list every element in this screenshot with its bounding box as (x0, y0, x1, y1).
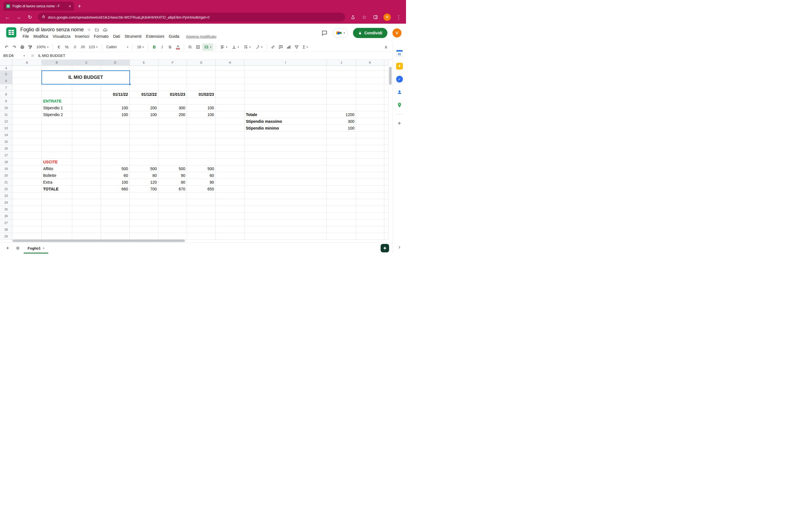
cell-F18[interactable] (158, 159, 187, 165)
cell-E27[interactable] (130, 219, 158, 226)
cell-D12[interactable] (101, 118, 130, 125)
cell-A9[interactable] (12, 98, 42, 105)
cell-H10[interactable] (216, 105, 245, 111)
account-avatar[interactable]: V (393, 29, 402, 38)
cell-K15[interactable] (356, 138, 384, 145)
google-maps-icon[interactable] (396, 101, 403, 109)
decrease-decimals-button[interactable]: .0 (71, 43, 79, 51)
cell-E23[interactable] (130, 192, 158, 199)
collapse-toolbar-icon[interactable]: ∧ (382, 43, 390, 51)
cell-E17[interactable] (130, 152, 158, 159)
cell-D20[interactable]: 60 (101, 172, 130, 179)
cell-G15[interactable] (187, 138, 216, 145)
cell-J11[interactable]: 1200 (327, 111, 356, 118)
cell-J9[interactable] (327, 98, 356, 105)
cell-I13[interactable]: Stipendio minimo (245, 125, 327, 131)
cell-B20[interactable]: Bollette (42, 172, 72, 179)
cell-I20[interactable] (245, 172, 327, 179)
back-icon[interactable]: ← (4, 14, 11, 20)
select-all-corner[interactable] (0, 60, 12, 66)
cell-B14[interactable] (42, 131, 72, 138)
cell-G26[interactable] (187, 213, 216, 219)
row-header-15[interactable]: 15 (0, 138, 12, 145)
menu-visualizza[interactable]: Visualizza (50, 34, 73, 39)
functions-button[interactable]: Σ▾ (301, 43, 310, 51)
cell-G20[interactable]: 60 (187, 172, 216, 179)
vertical-scrollbar[interactable] (389, 67, 392, 85)
cell-F21[interactable]: 80 (158, 179, 187, 186)
cell-F28[interactable] (158, 226, 187, 233)
cell-B16[interactable] (42, 145, 72, 152)
cell-G14[interactable] (187, 131, 216, 138)
cell-I27[interactable] (245, 219, 327, 226)
cell-F5[interactable] (158, 71, 187, 77)
cell-K28[interactable] (356, 226, 384, 233)
row-header-4[interactable]: 4 (0, 66, 12, 71)
cell-F12[interactable] (158, 118, 187, 125)
cell-I24[interactable] (245, 199, 327, 206)
row-header-20[interactable]: 20 (0, 172, 12, 179)
cell-E14[interactable] (130, 131, 158, 138)
cell-J12[interactable]: 300 (327, 118, 356, 125)
side-panel-icon[interactable] (372, 14, 379, 20)
percent-format-button[interactable]: % (63, 43, 70, 51)
cell-K12[interactable] (356, 118, 384, 125)
cell-I10[interactable] (245, 105, 327, 111)
cell-K20[interactable] (356, 172, 384, 179)
cell-G4[interactable] (187, 66, 216, 71)
cell-J19[interactable] (327, 165, 356, 172)
cell-E10[interactable]: 200 (130, 105, 158, 111)
cell-H18[interactable] (216, 159, 245, 165)
cell-F19[interactable]: 500 (158, 165, 187, 172)
browser-avatar[interactable]: V (384, 13, 391, 21)
explore-button[interactable] (380, 244, 389, 252)
cell-A23[interactable] (12, 192, 42, 199)
cell-G8[interactable]: 01/02/23 (187, 91, 216, 98)
cell-K14[interactable] (356, 131, 384, 138)
cell-K9[interactable] (356, 98, 384, 105)
cell-F16[interactable] (158, 145, 187, 152)
cell-E13[interactable] (130, 125, 158, 131)
cell-L11[interactable] (384, 111, 389, 118)
cell-C10[interactable] (72, 105, 101, 111)
cell-A17[interactable] (12, 152, 42, 159)
cell-C20[interactable] (72, 172, 101, 179)
cell-K16[interactable] (356, 145, 384, 152)
new-tab-icon[interactable]: + (78, 3, 81, 9)
cell-E22[interactable]: 700 (130, 186, 158, 192)
cell-F9[interactable] (158, 98, 187, 105)
cell-L9[interactable] (384, 98, 389, 105)
row-header-21[interactable]: 21 (0, 179, 12, 186)
cell-G13[interactable] (187, 125, 216, 131)
cell-L19[interactable] (384, 165, 389, 172)
cell-G10[interactable]: 100 (187, 105, 216, 111)
cell-C15[interactable] (72, 138, 101, 145)
cell-I21[interactable] (245, 179, 327, 186)
row-header-8[interactable]: 8 (0, 91, 12, 98)
row-header-14[interactable]: 14 (0, 131, 12, 138)
cell-I18[interactable] (245, 159, 327, 165)
cell-J8[interactable] (327, 91, 356, 98)
cell-G24[interactable] (187, 199, 216, 206)
cell-L13[interactable] (384, 125, 389, 131)
collapse-side-panel-icon[interactable]: › (398, 244, 400, 250)
cell-L18[interactable] (384, 159, 389, 165)
row-header-13[interactable]: 13 (0, 125, 12, 131)
menu-file[interactable]: File (20, 34, 31, 39)
cell-A28[interactable] (12, 226, 42, 233)
merge-cells-button[interactable]: ▾ (202, 43, 213, 51)
cell-B25[interactable] (42, 206, 72, 213)
cell-A18[interactable] (12, 159, 42, 165)
cell-E21[interactable]: 120 (130, 179, 158, 186)
undo-icon[interactable]: ↶ (3, 43, 10, 51)
cell-J5[interactable] (327, 71, 356, 77)
cell-G7[interactable] (187, 84, 216, 91)
cell-L10[interactable] (384, 105, 389, 111)
print-icon[interactable] (18, 43, 26, 51)
share-page-icon[interactable] (350, 14, 356, 20)
cell-D11[interactable]: 100 (101, 111, 130, 118)
row-header-11[interactable]: 11 (0, 111, 12, 118)
column-header-B[interactable]: B (42, 60, 72, 66)
cell-G11[interactable]: 100 (187, 111, 216, 118)
cell-D4[interactable] (101, 66, 130, 71)
